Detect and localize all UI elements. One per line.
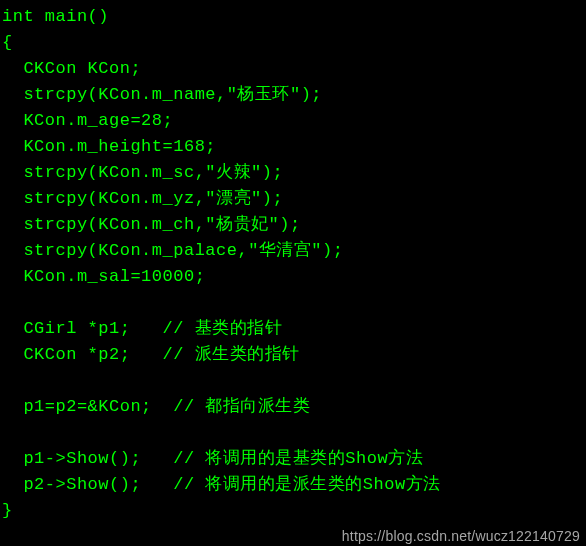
code-line: int main()	[2, 7, 109, 26]
code-line: strcpy(KCon.m_ch,"杨贵妃");	[2, 215, 301, 234]
code-line: strcpy(KCon.m_palace,"华清宫");	[2, 241, 343, 260]
code-line: CKCon *p2; // 派生类的指针	[2, 345, 300, 364]
code-line: p2->Show(); // 将调用的是派生类的Show方法	[2, 475, 441, 494]
code-line: p1->Show(); // 将调用的是基类的Show方法	[2, 449, 423, 468]
code-line: strcpy(KCon.m_name,"杨玉环");	[2, 85, 322, 104]
code-line: {	[2, 33, 13, 52]
code-line: KCon.m_sal=10000;	[2, 267, 205, 286]
code-line: strcpy(KCon.m_yz,"漂亮");	[2, 189, 283, 208]
code-line: KCon.m_height=168;	[2, 137, 216, 156]
code-line: p1=p2=&KCon; // 都指向派生类	[2, 397, 310, 416]
code-block: int main() { CKCon KCon; strcpy(KCon.m_n…	[0, 0, 586, 528]
code-line: KCon.m_age=28;	[2, 111, 173, 130]
code-line: strcpy(KCon.m_sc,"火辣");	[2, 163, 283, 182]
code-line: CGirl *p1; // 基类的指针	[2, 319, 282, 338]
code-line: }	[2, 501, 13, 520]
code-line: CKCon KCon;	[2, 59, 141, 78]
watermark: https://blog.csdn.net/wucz122140729	[342, 528, 580, 544]
